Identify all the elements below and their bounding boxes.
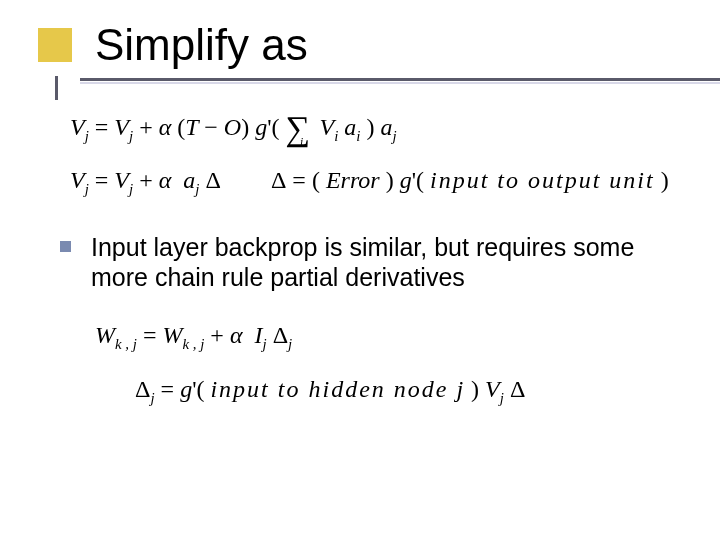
slide-body: Vj = Vj + α (T − O) g'( ∑i Vi ai ) aj Vj… bbox=[0, 104, 720, 407]
title-accent-square bbox=[38, 28, 72, 62]
equation-4: Δj = g'( input to hidden node j ) Vj Δ bbox=[135, 376, 720, 407]
title-tick bbox=[55, 76, 58, 100]
bullet-item: Input layer backprop is similar, but req… bbox=[60, 232, 685, 292]
bullet-square-icon bbox=[60, 241, 71, 252]
slide-title-region: Simplify as bbox=[0, 0, 720, 84]
equation-2-row: Vj = Vj + α aj Δ Δ = ( Error ) g'( input… bbox=[70, 167, 720, 198]
equation-3: Wk , j = Wk , j + α Ij Δj bbox=[95, 322, 720, 353]
slide-title: Simplify as bbox=[95, 20, 720, 70]
title-rule bbox=[80, 78, 720, 84]
equation-2a: Vj = Vj + α aj Δ bbox=[70, 167, 221, 198]
equation-2b: Δ = ( Error ) g'( input to output unit ) bbox=[271, 167, 669, 194]
bullet-text: Input layer backprop is similar, but req… bbox=[91, 232, 685, 292]
equation-1: Vj = Vj + α (T − O) g'( ∑i Vi ai ) aj bbox=[70, 104, 720, 145]
